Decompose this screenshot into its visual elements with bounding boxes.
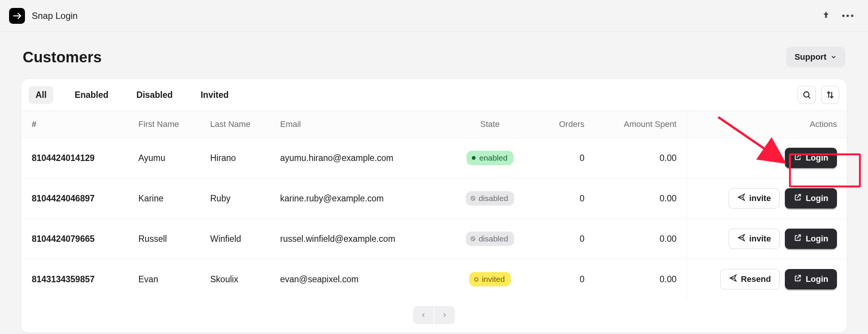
cell-email: russel.winfield@example.com: [273, 219, 450, 259]
state-label: disabled: [479, 234, 508, 243]
cell-id: 8104424079665: [21, 219, 131, 259]
table-row[interactable]: 8104424079665RussellWinfieldrussel.winfi…: [21, 219, 847, 259]
cell-actions: inviteLogin: [687, 178, 847, 219]
state-badge: invited: [469, 272, 511, 286]
chevron-right-icon: [441, 312, 448, 319]
cell-email: evan@seapixel.com: [273, 259, 450, 300]
cell-actions: ResendLogin: [687, 259, 847, 300]
col-header-first[interactable]: First Name: [131, 111, 203, 138]
external-link-icon: [794, 193, 802, 204]
login-button[interactable]: Login: [785, 229, 837, 249]
btn-label: Login: [806, 274, 828, 284]
app-title: Snap Login: [32, 11, 78, 21]
btn-label: Login: [806, 193, 828, 203]
customers-card: All Enabled Disabled Invited # First Nam…: [21, 79, 847, 333]
cell-email: karine.ruby@example.com: [273, 178, 450, 219]
enabled-state-icon: [471, 155, 476, 161]
state-badge: disabled: [466, 232, 514, 246]
svg-point-0: [804, 92, 809, 97]
invite-button[interactable]: invite: [728, 188, 780, 209]
cell-id: 8104424014129: [21, 138, 131, 178]
login-button[interactable]: Login: [785, 269, 837, 289]
cell-orders: 0: [530, 138, 592, 178]
col-header-state[interactable]: State: [450, 111, 530, 138]
btn-label: Resend: [741, 274, 771, 284]
support-button[interactable]: Support: [786, 47, 845, 67]
col-header-amount[interactable]: Amount Spent: [592, 111, 687, 138]
cell-last: Ruby: [203, 178, 273, 219]
state-label: disabled: [479, 194, 508, 203]
cell-first: Ayumu: [131, 138, 203, 178]
send-icon: [737, 233, 746, 244]
cell-amount: 0.00: [592, 219, 687, 259]
col-header-orders[interactable]: Orders: [530, 111, 592, 138]
table-row[interactable]: 8104424046897KarineRubykarine.ruby@examp…: [21, 178, 847, 219]
state-badge: disabled: [466, 191, 514, 206]
external-link-icon: [794, 233, 802, 244]
btn-label: invite: [749, 193, 771, 203]
cell-email: ayumu.hirano@example.com: [273, 138, 450, 178]
cell-last: Hirano: [203, 138, 273, 178]
cell-first: Russell: [131, 219, 203, 259]
cell-orders: 0: [530, 219, 592, 259]
svg-line-3: [471, 197, 474, 200]
invited-state-icon: [474, 277, 479, 282]
login-button[interactable]: Login: [785, 188, 837, 209]
col-header-actions: Actions: [687, 111, 847, 138]
cell-last: Winfield: [203, 219, 273, 259]
svg-line-1: [809, 97, 811, 99]
send-icon: [737, 193, 746, 204]
external-link-icon: [794, 274, 802, 285]
customers-table: # First Name Last Name Email State Order…: [21, 111, 847, 299]
search-button[interactable]: [798, 86, 816, 104]
svg-line-6: [471, 238, 474, 240]
search-icon: [802, 90, 811, 99]
cell-orders: 0: [530, 259, 592, 300]
table-row[interactable]: 8104424014129AyumuHiranoayumu.hirano@exa…: [21, 138, 847, 178]
col-header-last[interactable]: Last Name: [203, 111, 273, 138]
more-icon[interactable]: •••: [842, 11, 855, 21]
disabled-state-icon: [470, 196, 476, 201]
page-title: Customers: [23, 49, 102, 66]
cell-orders: 0: [530, 178, 592, 219]
prev-page-button[interactable]: [413, 306, 434, 324]
tabs-row: All Enabled Disabled Invited: [21, 79, 847, 111]
cell-first: Evan: [131, 259, 203, 300]
resend-button[interactable]: Resend: [720, 269, 780, 289]
state-badge: enabled: [467, 151, 514, 165]
svg-point-8: [474, 277, 478, 281]
col-header-id[interactable]: #: [21, 111, 131, 138]
topbar: Snap Login •••: [0, 0, 868, 32]
next-page-button[interactable]: [434, 306, 455, 324]
cell-amount: 0.00: [592, 178, 687, 219]
cell-id: 8143134359857: [21, 259, 131, 300]
state-label: invited: [482, 275, 505, 284]
tab-disabled[interactable]: Disabled: [130, 86, 180, 104]
invite-button[interactable]: invite: [728, 229, 780, 249]
cell-state: invited: [450, 259, 530, 300]
page-header: Customers Support: [0, 32, 868, 79]
table-row[interactable]: 8143134359857EvanSkoulixevan@seapixel.co…: [21, 259, 847, 300]
col-header-email[interactable]: Email: [273, 111, 450, 138]
external-link-icon: [794, 153, 802, 163]
chevron-left-icon: [420, 312, 427, 319]
app-logo-icon: [9, 8, 25, 24]
login-button[interactable]: Login: [785, 148, 837, 168]
cell-actions: Login: [687, 138, 847, 178]
tab-invited[interactable]: Invited: [194, 86, 236, 104]
cell-state: enabled: [450, 138, 530, 178]
cell-actions: inviteLogin: [687, 219, 847, 259]
cell-first: Karine: [131, 178, 203, 219]
state-label: enabled: [479, 153, 508, 162]
sort-button[interactable]: [821, 86, 839, 104]
disabled-state-icon: [470, 236, 476, 241]
sort-icon: [826, 90, 835, 99]
cell-state: disabled: [450, 178, 530, 219]
cell-last: Skoulix: [203, 259, 273, 300]
cell-state: disabled: [450, 219, 530, 259]
tab-all[interactable]: All: [29, 86, 53, 104]
pin-icon[interactable]: [822, 11, 831, 21]
cell-amount: 0.00: [592, 259, 687, 300]
tab-enabled[interactable]: Enabled: [68, 86, 115, 104]
cell-id: 8104424046897: [21, 178, 131, 219]
